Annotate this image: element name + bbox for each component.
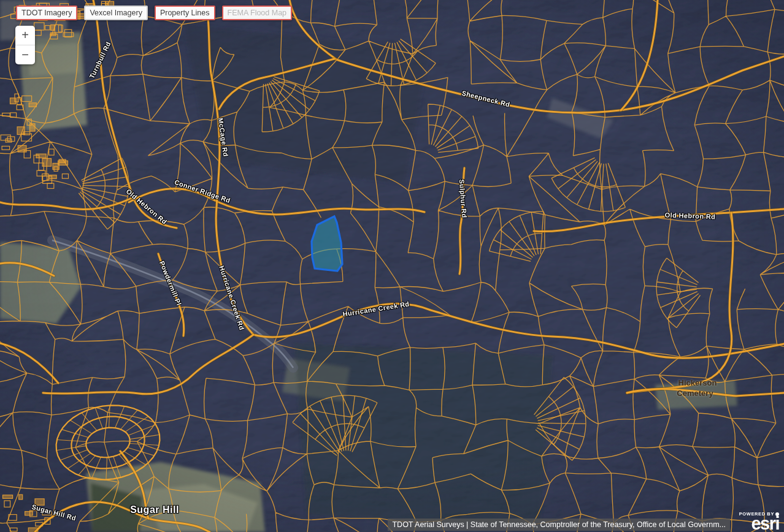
vexcel-imagery-button[interactable]: Vexcel Imagery (84, 6, 147, 20)
zoom-control: + − (15, 26, 35, 64)
fema-flood-map-button[interactable]: FEMA Flood Map (222, 6, 293, 20)
attribution-bar[interactable]: TDOT Aerial Surveys | State of Tennessee… (388, 519, 730, 531)
tdot-imagery-button[interactable]: TDOT Imagery (16, 6, 77, 20)
layer-toolbar: TDOT Imagery Vexcel Imagery Property Lin… (16, 6, 292, 20)
esri-logo[interactable]: POWERED BY esri (739, 511, 779, 531)
map-canvas[interactable] (0, 0, 784, 532)
esri-wordmark: esri (739, 517, 779, 531)
zoom-out-button[interactable]: − (15, 45, 35, 64)
map-viewer: Sugar HillHickersonCemeterySheepneck RdM… (0, 0, 784, 532)
zoom-in-button[interactable]: + (15, 26, 35, 45)
property-lines-button[interactable]: Property Lines (155, 6, 215, 20)
